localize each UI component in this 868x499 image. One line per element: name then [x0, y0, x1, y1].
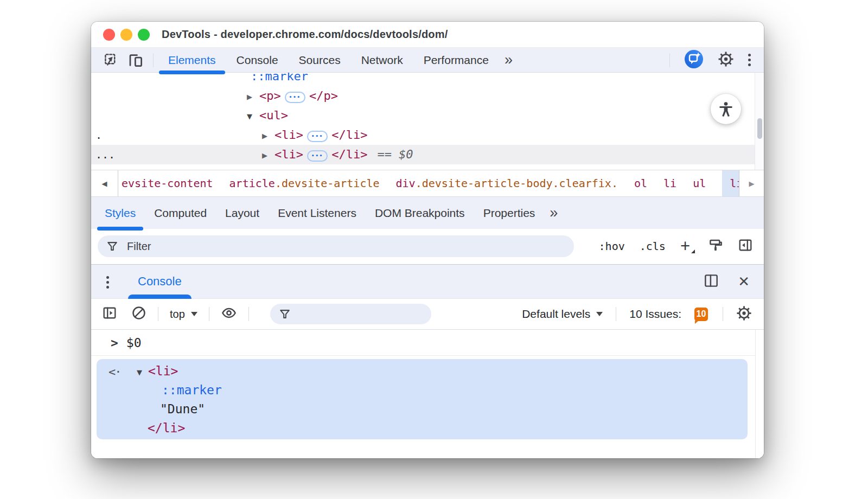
- toolbar-right-controls: [669, 49, 751, 71]
- tab-performance[interactable]: Performance: [413, 48, 499, 72]
- issues-badge-icon[interactable]: 10: [694, 308, 708, 321]
- tab-elements[interactable]: Elements: [158, 48, 226, 72]
- dom-tree-scrollbar[interactable]: [755, 73, 764, 170]
- styles-filter-field[interactable]: [98, 235, 574, 257]
- return-value-icon: <·: [108, 365, 121, 379]
- dom-node-li-selected[interactable]: ... ▶<li>•••</li>==$0: [91, 145, 764, 164]
- drawer-tab-console[interactable]: Console: [128, 265, 192, 298]
- collapse-arrow-icon[interactable]: ▼: [137, 363, 148, 382]
- result-text-node[interactable]: "Dune": [97, 400, 748, 419]
- more-panels-button[interactable]: »: [499, 48, 517, 72]
- breadcrumb: evsite-content article.devsite-article d…: [118, 170, 750, 196]
- filter-funnel-icon: [106, 240, 118, 252]
- inspect-icon[interactable]: [102, 52, 119, 69]
- clear-console-icon[interactable]: [131, 305, 146, 323]
- dom-node-li-1[interactable]: . ▶<li>•••</li>: [91, 125, 764, 145]
- titlebar: DevTools - developer.chrome.com/docs/dev…: [91, 22, 764, 48]
- crumb-article[interactable]: article.devsite-article: [229, 170, 380, 196]
- console-scrollbar[interactable]: [755, 330, 764, 458]
- close-window-button[interactable]: [103, 29, 115, 41]
- close-drawer-icon[interactable]: ✕: [738, 274, 750, 289]
- ellipsis-icon[interactable]: •••: [285, 92, 305, 103]
- equals-marker: ==: [377, 148, 392, 161]
- rendering-emulation-icon[interactable]: [709, 238, 723, 255]
- console-prompt-icon: >: [111, 336, 118, 350]
- console-settings-gear-icon[interactable]: [736, 305, 752, 323]
- crumb-li[interactable]: li: [663, 170, 676, 196]
- result-marker-pseudo[interactable]: ::marker: [97, 381, 748, 400]
- styles-sidebar-tabs: Styles Computed Layout Event Listeners D…: [91, 196, 764, 229]
- styles-filter-input[interactable]: [127, 240, 540, 253]
- kebab-menu-icon[interactable]: [748, 54, 751, 66]
- tab-styles[interactable]: Styles: [97, 197, 144, 229]
- tab-event-listeners[interactable]: Event Listeners: [270, 197, 365, 229]
- console-filter-input[interactable]: [291, 310, 413, 318]
- console-result-node[interactable]: <· ▼<li> ::marker "Dune" </li>: [97, 359, 748, 439]
- ellipsis-icon[interactable]: •••: [307, 150, 328, 162]
- expand-arrow-icon[interactable]: ▶: [247, 87, 259, 107]
- toolbar-divider: [153, 53, 154, 67]
- chevron-right-icon: ▶: [749, 180, 755, 188]
- crumb-ul[interactable]: ul: [693, 170, 706, 196]
- create-live-expression-icon[interactable]: [221, 305, 237, 323]
- settings-gear-icon[interactable]: [718, 51, 734, 69]
- tab-console[interactable]: Console: [226, 48, 289, 72]
- new-style-rule-button[interactable]: +: [680, 238, 694, 254]
- log-levels-selector[interactable]: Default levels: [522, 308, 603, 321]
- ellipsis-icon[interactable]: •••: [307, 131, 328, 142]
- ai-assistant-icon[interactable]: [684, 49, 704, 71]
- tab-dom-breakpoints[interactable]: DOM Breakpoints: [367, 197, 473, 229]
- maximize-window-button[interactable]: [138, 29, 150, 41]
- devtools-window: DevTools - developer.chrome.com/docs/dev…: [91, 22, 764, 458]
- console-toolbar-divider: [248, 307, 249, 321]
- split-panel-icon[interactable]: [703, 273, 719, 290]
- expand-arrow-icon[interactable]: ▶: [262, 126, 275, 146]
- scrollbar-thumb[interactable]: [757, 118, 762, 139]
- crumb-devsite-content[interactable]: evsite-content: [122, 170, 213, 196]
- elements-dom-tree: ::marker ▶<p>•••</p> ▼<ul> . ▶<li>•••</l…: [91, 73, 764, 170]
- chevron-left-icon: ◀: [102, 180, 107, 188]
- crumb-ol[interactable]: ol: [634, 170, 647, 196]
- tab-computed[interactable]: Computed: [146, 197, 215, 229]
- window-title: DevTools - developer.chrome.com/docs/dev…: [162, 28, 448, 41]
- console-toolbar-right: Default levels 10 Issues: 10: [522, 305, 752, 323]
- dom-node-p[interactable]: ▶<p>•••</p>: [91, 86, 764, 106]
- tab-sources[interactable]: Sources: [289, 48, 351, 72]
- more-style-tabs-button[interactable]: »: [544, 197, 562, 229]
- dom-node-marker-pseudo[interactable]: ::marker: [91, 73, 764, 86]
- styles-filter-controls: :hov .cls +: [599, 235, 753, 257]
- filter-funnel-icon: [279, 308, 291, 320]
- issues-label[interactable]: 10 Issues:: [629, 308, 681, 321]
- drawer-controls: ✕: [703, 265, 750, 298]
- device-toolbar-icon[interactable]: [127, 52, 144, 69]
- javascript-context-selector[interactable]: top: [170, 308, 197, 321]
- result-close-tag[interactable]: </li>: [97, 419, 748, 438]
- console-messages: > $0 <· ▼<li> ::marker "Dune" </li>: [91, 330, 764, 458]
- drawer-menu-icon[interactable]: [106, 276, 109, 289]
- toolbar-divider: [669, 53, 670, 67]
- minimize-window-button[interactable]: [120, 29, 132, 41]
- collapse-arrow-icon[interactable]: ▼: [247, 107, 259, 126]
- console-toolbar-divider: [723, 307, 723, 321]
- breadcrumb-next-button[interactable]: ▶: [739, 170, 764, 196]
- dom-node-ul[interactable]: ▼<ul>: [91, 106, 764, 125]
- expand-arrow-icon[interactable]: ▶: [262, 146, 275, 165]
- console-filter-field[interactable]: [270, 304, 431, 324]
- console-toolbar-divider: [209, 307, 209, 321]
- styles-filter-bar: :hov .cls +: [91, 229, 764, 264]
- console-drawer-header: Console ✕: [91, 264, 764, 298]
- crumb-div[interactable]: div.devsite-article-body.clearfix.: [396, 170, 618, 196]
- toggle-element-state-button[interactable]: :hov: [599, 240, 625, 253]
- breadcrumb-prev-button[interactable]: ◀: [91, 170, 118, 196]
- show-computed-sidebar-icon[interactable]: [738, 238, 753, 254]
- element-classes-button[interactable]: .cls: [640, 240, 666, 253]
- console-command-text: $0: [126, 336, 142, 350]
- accessibility-person-icon: [717, 100, 735, 118]
- console-toolbar-left: top: [102, 304, 431, 324]
- tab-properties[interactable]: Properties: [475, 197, 544, 229]
- tab-layout[interactable]: Layout: [217, 197, 267, 229]
- console-command-echo[interactable]: > $0: [91, 330, 764, 356]
- accessibility-button[interactable]: [711, 94, 741, 124]
- show-console-sidebar-icon[interactable]: [102, 306, 117, 322]
- tab-network[interactable]: Network: [351, 48, 413, 72]
